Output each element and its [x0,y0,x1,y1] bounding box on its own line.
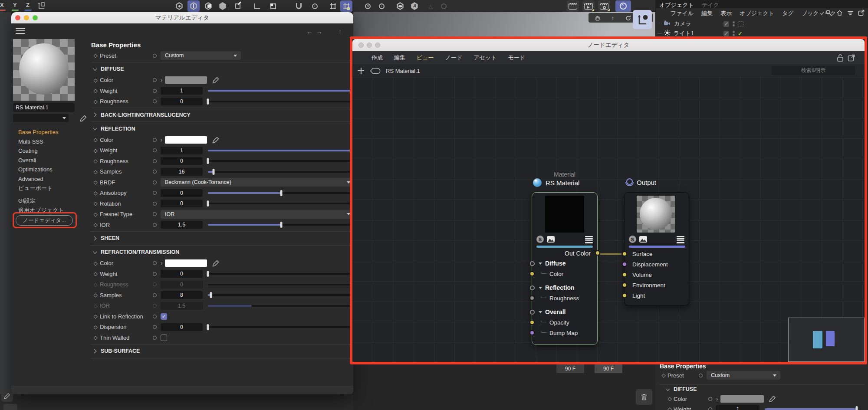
sidebar-item-gi設定[interactable]: GI設定 [18,197,92,206]
input-port-displacement[interactable] [622,262,627,267]
slider[interactable] [208,90,354,92]
keyframe-diamond[interactable]: ◇ [666,396,674,402]
minimize-button[interactable] [367,43,372,48]
navigator-minimap[interactable] [788,318,865,362]
polygons-mode-icon[interactable] [202,0,214,12]
home-icon[interactable] [836,10,843,16]
render-view-icon[interactable] [567,0,579,12]
input-port-bump-map[interactable] [529,330,535,335]
om-menu-オブジェクト[interactable]: オブジェクト [740,10,774,17]
slider[interactable] [208,101,354,102]
zoom-button[interactable] [375,43,380,48]
input-port-environment[interactable] [622,282,627,288]
animation-toggle[interactable] [153,223,157,227]
render-play-icon[interactable] [582,0,595,12]
value-field[interactable]: 1 [716,405,760,410]
keyframe-diamond[interactable]: ◇ [91,179,100,185]
animation-toggle[interactable] [153,293,157,297]
minimize-button[interactable] [24,15,29,20]
out-color-port[interactable] [595,250,600,256]
pick-material-icon[interactable] [80,115,87,122]
animation-toggle[interactable] [153,315,157,318]
slider[interactable] [208,171,354,173]
axis-z-button[interactable]: Z [26,2,30,8]
render-settings-icon[interactable] [598,0,610,12]
node-connection-wire[interactable] [600,253,621,255]
group-port[interactable] [530,310,535,315]
keyframe-diamond[interactable]: ◇ [91,222,100,228]
texture-mode-icon[interactable] [232,0,244,12]
grid-icon[interactable] [327,0,339,12]
section-header-refraction-transmission[interactable]: REFRACTION/TRANSMISSION [91,246,354,258]
value-field[interactable]: 1 [161,87,203,95]
menu-ビュー[interactable]: ビュー [417,54,434,62]
slider[interactable] [208,160,354,162]
expand-chevron[interactable]: › [161,137,162,143]
checkbox-thin-walled[interactable] [161,335,167,341]
grid-lock-icon[interactable] [340,0,352,12]
forward-arrow-icon[interactable]: → [316,28,322,35]
settings-icon[interactable] [437,0,450,12]
slider[interactable] [208,192,354,194]
target-icon[interactable] [362,0,374,12]
section-header-sub-surface[interactable]: SUB-SURFACE [91,345,354,357]
snap-settings-icon[interactable] [309,0,321,12]
dropdown-fresnel-type[interactable]: IOR [161,210,354,219]
slider[interactable] [208,284,354,285]
keyframe-diamond[interactable]: ◇ [91,148,100,154]
render-visibility-dots[interactable] [733,31,735,36]
enabled-check-icon[interactable]: ✓ [738,30,743,37]
annotation-icon[interactable]: A [408,0,421,12]
keyframe-diamond[interactable]: ◇ [91,324,100,330]
material-tag-icon[interactable] [369,68,381,74]
frame-end-field[interactable]: 90 F [595,364,622,373]
input-port-volume[interactable] [622,272,627,277]
search-input[interactable]: 検索&明示 [772,66,855,75]
animation-toggle[interactable] [708,407,712,410]
sidebar-item-ビューポート[interactable]: ビューポート [18,184,92,193]
animation-toggle[interactable] [153,191,157,195]
object-item-ライト1[interactable]: ライト1✓ [656,29,868,38]
animation-toggle[interactable] [153,170,157,174]
value-field[interactable]: 0 [161,189,203,197]
edges-mode-icon[interactable] [187,0,200,12]
material-preview[interactable] [13,39,75,101]
axis-y-button[interactable]: Y [13,2,17,8]
eyedropper-icon[interactable] [212,76,220,84]
value-field[interactable]: 1.5 [161,302,203,310]
keyframe-diamond[interactable]: ◇ [91,211,100,217]
value-field[interactable]: 0 [161,200,203,207]
slider[interactable] [208,224,354,226]
node-editor-button[interactable]: ノードエディタ... [16,215,73,226]
node-editor-titlebar[interactable]: ノードエディタ [352,39,865,51]
zoom-button[interactable] [33,15,38,20]
eyedropper-icon[interactable] [212,136,220,144]
section-header-back-lighting-translucency[interactable]: BACK-LIGHTING/TRANSLUCENCY [91,109,354,121]
sidebar-item-advanced[interactable]: Advanced [18,174,92,184]
value-field[interactable]: 16 [161,168,203,176]
sidebar-item-適用オブジェクト[interactable]: 適用オブジェクト [18,206,92,215]
object-name[interactable]: カメラ [674,20,691,28]
trash-icon[interactable] [635,389,653,405]
solo-icon[interactable]: S [629,236,636,243]
expand-chevron[interactable]: › [161,260,162,266]
animation-toggle[interactable] [153,336,157,340]
keyframe-diamond[interactable]: ◇ [91,271,100,277]
node-preview[interactable] [637,196,675,233]
keyframe-diamond[interactable]: ◇ [666,406,674,410]
material-type-dropdown[interactable] [13,114,69,122]
slider[interactable] [208,326,354,328]
value-field[interactable]: 1 [161,147,203,154]
menu-アセット[interactable]: アセット [473,54,496,62]
om-menu-編集[interactable]: 編集 [701,10,713,17]
sidebar-item-optimizations[interactable]: Optimizations [18,165,92,174]
keyframe-diamond[interactable]: ◇ [91,335,100,341]
recycle-icon[interactable]: △ [424,0,437,12]
model-mode-icon[interactable] [217,0,229,12]
animation-toggle[interactable] [153,138,157,142]
image-icon[interactable] [639,236,647,243]
color-swatch[interactable] [165,259,207,267]
keyframe-diamond[interactable]: ◇ [91,98,100,105]
expand-chevron[interactable]: › [161,77,162,83]
editor-visibility-toggle[interactable] [723,31,729,36]
